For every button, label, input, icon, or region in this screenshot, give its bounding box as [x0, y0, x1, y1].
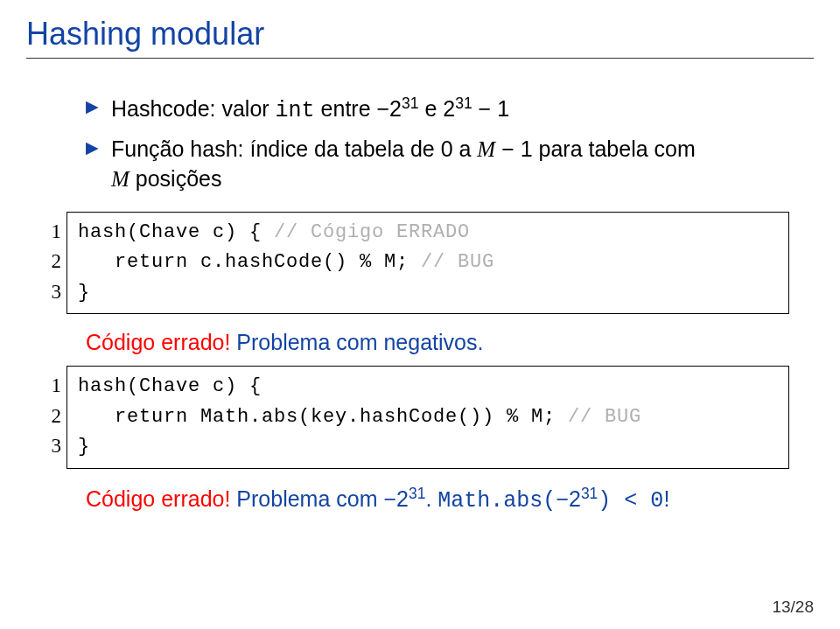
c1l2b: // BUG: [421, 251, 494, 273]
b2-pre: Função hash: índice da tabela de 0 a: [111, 136, 477, 161]
b1-mid: e 2: [418, 96, 455, 121]
lineno: 3: [46, 431, 61, 462]
c1l1a: hash(Chave c) {: [78, 221, 274, 243]
b1-post-a: entre −2: [315, 96, 402, 121]
bullet-2: ▶ Função hash: índice da tabela de 0 a M…: [86, 135, 814, 194]
c1l1b: // Cógigo ERRADO: [274, 221, 470, 243]
c1l2a: return c.hashCode() % M;: [78, 251, 421, 273]
c2l2a: return Math.abs(key.hashCode()) % M;: [78, 406, 568, 428]
b2-it2: M: [111, 167, 130, 191]
lineno: 1: [46, 371, 61, 402]
bullet-marker-icon: ▶: [86, 94, 99, 120]
c2l2b: // BUG: [568, 406, 641, 428]
p2-rest-b: .: [425, 486, 438, 511]
b1-sup2: 31: [455, 94, 472, 112]
page-number: 13/28: [772, 598, 814, 617]
lineno: 1: [46, 217, 61, 248]
bullet-marker-icon: ▶: [86, 135, 99, 161]
b1-sup1: 31: [402, 94, 418, 112]
para-2: Código errado! Problema com −231. Math.a…: [86, 485, 788, 514]
b2-post: posições: [130, 166, 222, 191]
p2-tt-b: ) < 0: [598, 488, 663, 514]
p2-tt-a: Math.abs(: [438, 488, 556, 514]
line-numbers-1: 1 2 3: [46, 212, 66, 315]
lineno: 2: [46, 402, 61, 432]
bullet-1: ▶ Hashcode: valor int entre −231 e 231 −…: [86, 94, 814, 126]
b2-it1: M: [477, 137, 495, 161]
p2-red: Código errado!: [86, 486, 230, 511]
p2-rest-c: !: [663, 486, 669, 511]
lineno: 2: [46, 247, 61, 277]
code-block-1: 1 2 3 hash(Chave c) { // Cógigo ERRADO r…: [46, 212, 789, 315]
p2-rest-a: Problema com −2: [230, 486, 409, 511]
code-1-content: hash(Chave c) { // Cógigo ERRADO return …: [66, 212, 789, 315]
code-2-content: hash(Chave c) { return Math.abs(key.hash…: [66, 366, 789, 469]
c2l1: hash(Chave c) {: [78, 375, 262, 397]
p1-rest: Problema com negativos.: [230, 330, 483, 354]
c2l3: }: [78, 436, 90, 458]
b1-tt: int: [276, 98, 315, 123]
page-title: Hashing modular: [26, 16, 814, 52]
b1-post-b: − 1: [472, 96, 509, 121]
c1l3: }: [78, 282, 90, 304]
lineno: 3: [46, 277, 61, 308]
title-rule: [26, 58, 814, 59]
b1-pre: Hashcode: valor: [111, 96, 276, 121]
p2-sup1: 31: [409, 485, 425, 502]
p2-tt-sup: 31: [581, 485, 598, 502]
b2-mid: − 1 para tabela com: [495, 136, 696, 161]
p1-red: Código errado!: [86, 330, 230, 354]
bullet-list: ▶ Hashcode: valor int entre −231 e 231 −…: [86, 94, 814, 194]
code-block-2: 1 2 3 hash(Chave c) { return Math.abs(ke…: [46, 366, 789, 469]
line-numbers-2: 1 2 3: [46, 366, 66, 469]
p2-tt-mid: −2: [556, 486, 581, 511]
para-1: Código errado! Problema com negativos.: [86, 330, 788, 355]
